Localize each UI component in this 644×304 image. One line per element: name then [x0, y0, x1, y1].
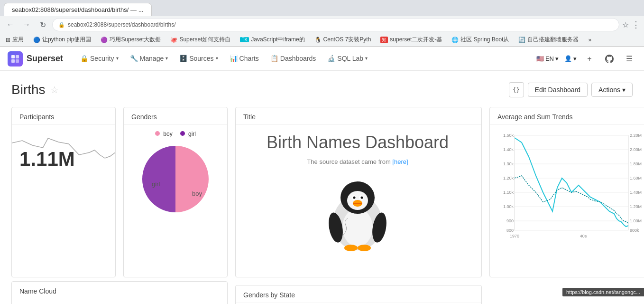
bookmark-superset3[interactable]: 知superset二次开发-基: [378, 35, 444, 45]
bookmark-superset1[interactable]: 🟣巧用Superset大数据: [99, 35, 163, 45]
name-cloud-title: Name Cloud: [12, 282, 227, 299]
nav-dashboards[interactable]: 📋 Dashboards: [265, 47, 322, 70]
actions-label: Actions: [598, 86, 620, 94]
svg-text:40s: 40s: [580, 234, 587, 238]
participants-title: Participants: [12, 107, 115, 125]
svg-point-7: [342, 209, 373, 247]
svg-text:1.00M: 1.00M: [630, 218, 642, 223]
pie-legend: boy girl: [155, 131, 196, 137]
svg-text:boy: boy: [192, 190, 202, 197]
trends-widget: Average and Sum Trends 1.50k: [489, 107, 644, 277]
girl-label: girl: [188, 131, 196, 137]
svg-text:1.20k: 1.20k: [503, 176, 514, 180]
svg-text:900: 900: [506, 218, 514, 223]
dashboard-grid: Participants 1.11M Genders boy: [11, 107, 633, 277]
svg-text:1.10k: 1.10k: [503, 190, 514, 195]
app-nav: Superset 🔒 Security ▾ 🔧 Manage ▾ 🗄️ Sour…: [0, 47, 644, 71]
genders-body: boy girl girl boy: [124, 125, 227, 223]
sparkline-container: [12, 129, 115, 162]
trends-body: 1.50k 1.40k 1.30k 1.20k 1.10k 1.00k 900 …: [490, 125, 644, 252]
svg-point-12: [353, 197, 356, 199]
svg-rect-0: [11, 55, 15, 58]
genders-state-widget: Genders by State: [235, 285, 482, 304]
nav-menu-icon[interactable]: ☰: [622, 52, 636, 66]
trends-title: Average and Sum Trends: [490, 107, 644, 125]
app-logo: Superset: [8, 51, 63, 66]
nav-sources[interactable]: 🗄️ Sources ▾: [174, 47, 223, 70]
pie-chart: girl boy: [138, 141, 213, 217]
bookmarks-bar: ⊞应用 🔵让python pip使用国 🟣巧用Superset大数据 🐙Supe…: [0, 33, 644, 47]
nav-plus-icon[interactable]: +: [582, 52, 597, 66]
boy-label: boy: [163, 131, 172, 137]
genders-state-title: Genders by State: [236, 285, 481, 303]
dashboard-title: Births: [11, 82, 46, 97]
bookmark-superset2[interactable]: 🐙Superset如何支持自: [168, 35, 232, 45]
birth-names-heading: Birth Names Dashboard: [243, 133, 472, 152]
svg-text:1.60M: 1.60M: [630, 176, 642, 180]
more-options-icon[interactable]: ⋮: [632, 19, 640, 30]
nav-sqllab[interactable]: 🔬 SQL Lab ▾: [322, 47, 373, 70]
penguin-svg: [320, 173, 396, 254]
sources-caret: ▾: [216, 56, 218, 61]
language-selector[interactable]: 🇺🇸 EN ▾: [536, 55, 559, 62]
active-tab[interactable]: seabox02:8088/superset/dashboard/births/…: [4, 3, 152, 16]
nav-dashboards-label: Dashboards: [280, 55, 316, 62]
svg-text:1.40k: 1.40k: [503, 147, 514, 152]
title-widget: Title Birth Names Dashboard The source d…: [235, 107, 482, 277]
main-content: Births ☆ {} Edit Dashboard Actions ▾ Par…: [0, 71, 644, 304]
boy-dot: [155, 131, 160, 136]
genders-title: Genders: [124, 107, 227, 125]
back-button[interactable]: ←: [4, 18, 17, 31]
bookmark-pip[interactable]: 🔵让python pip使用国: [31, 35, 93, 45]
actions-caret-icon: ▾: [622, 86, 626, 94]
url-bar[interactable]: 🔒 seabox02:8088/superset/dashboard/birth…: [52, 18, 619, 31]
svg-text:800: 800: [506, 228, 514, 233]
name-cloud-body: Anthony Ethan Amea Dawni Andrew Ryan Tar…: [12, 299, 227, 304]
nav-github-icon[interactable]: [602, 52, 616, 66]
bottom-row: Name Cloud Anthony Ethan Amea Dawni Andr…: [11, 281, 633, 304]
source-link[interactable]: [here]: [392, 158, 408, 165]
bookmark-vpn[interactable]: 🔄自己搭建翻墙服务器: [516, 35, 580, 45]
svg-rect-3: [16, 59, 19, 63]
bookmark-apps[interactable]: ⊞应用: [4, 35, 26, 45]
browser-tabs: seabox02:8088/superset/dashboard/births/…: [0, 0, 644, 16]
nav-charts[interactable]: 📊 Charts: [224, 47, 265, 70]
nav-security[interactable]: 🔒 Security ▾: [74, 47, 124, 70]
svg-text:1.50k: 1.50k: [503, 133, 514, 138]
bookmark-js[interactable]: TKJavaScript中iframe的: [238, 35, 306, 45]
nav-right: 🇺🇸 EN ▾ 👤 ▾ + ☰: [536, 52, 636, 66]
girl-dot: [180, 131, 185, 136]
source-text: The source dataset came from [here]: [243, 158, 472, 165]
title-widget-body[interactable]: Birth Names Dashboard The source dataset…: [236, 125, 481, 277]
svg-text:2.20M: 2.20M: [630, 133, 642, 138]
svg-rect-1: [16, 55, 19, 58]
name-cloud-widget: Name Cloud Anthony Ethan Amea Dawni Andr…: [11, 281, 228, 304]
svg-text:1.80M: 1.80M: [630, 162, 642, 166]
css-icon: {}: [513, 86, 519, 93]
user-menu[interactable]: 👤 ▾: [564, 55, 577, 62]
reload-button[interactable]: ↻: [36, 18, 49, 31]
css-button[interactable]: {}: [509, 82, 524, 97]
nav-security-label: Security: [90, 55, 114, 62]
participants-widget: Participants 1.11M: [11, 107, 116, 277]
actions-button[interactable]: Actions ▾: [591, 83, 633, 97]
bookmark-star-icon[interactable]: ☆: [622, 20, 629, 29]
browser-chrome: seabox02:8088/superset/dashboard/births/…: [0, 0, 644, 47]
favorite-star-icon[interactable]: ☆: [50, 84, 59, 95]
genders-widget: Genders boy girl: [123, 107, 228, 277]
bookmark-more[interactable]: »: [586, 36, 593, 44]
svg-rect-2: [11, 59, 15, 63]
nav-manage[interactable]: 🔧 Manage ▾: [124, 47, 174, 70]
svg-text:1.30k: 1.30k: [503, 162, 514, 166]
dashboard-actions: {} Edit Dashboard Actions ▾: [509, 82, 633, 97]
svg-text:girl: girl: [152, 180, 160, 188]
edit-dashboard-button[interactable]: Edit Dashboard: [528, 83, 588, 97]
svg-point-13: [361, 197, 363, 199]
nav-items: 🔒 Security ▾ 🔧 Manage ▾ 🗄️ Sources ▾ 📊 C…: [74, 47, 373, 70]
bookmark-centos[interactable]: 🐧CentOS 7安装Pyth: [313, 35, 373, 45]
title-widget-label: Title: [236, 107, 481, 125]
participants-body: 1.11M: [12, 125, 115, 178]
forward-button[interactable]: →: [20, 18, 33, 31]
bookmark-spring[interactable]: 🌐社区 Spring Boot从: [450, 35, 511, 45]
svg-text:1970: 1970: [510, 234, 519, 238]
